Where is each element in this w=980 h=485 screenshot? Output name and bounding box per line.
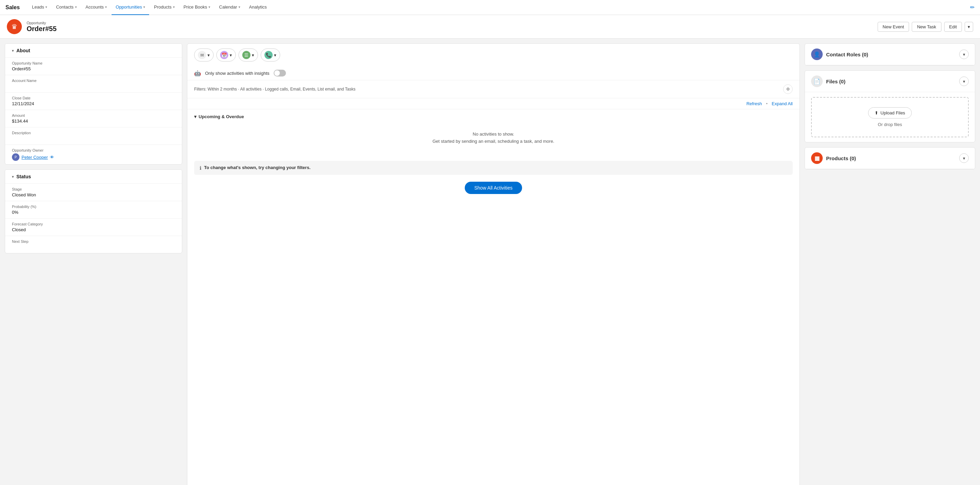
phone-icon: 📞 <box>264 51 273 59</box>
field-stage: Stage Closed Won ✏ <box>5 184 182 201</box>
field-value-row: P Peter Cooper 👁 <box>12 153 175 161</box>
contact-roles-icon: 👤 <box>811 48 823 60</box>
opportunity-icon: ♛ <box>7 19 22 34</box>
drop-text: Or drop files <box>819 122 961 127</box>
field-label: Opportunity Name <box>12 61 175 65</box>
contact-roles-title: 👤 Contact Roles (0) <box>811 48 868 60</box>
list-activity-button[interactable]: ☰ ▾ <box>239 48 258 61</box>
left-panel: ▾ About Opportunity Name Order#55 ✏ Acco… <box>5 43 182 485</box>
files-upload-area: ⬆ Upload Files Or drop files <box>811 97 969 137</box>
files-panel: 📄 Files (0) ▾ ⬆ Upload Files Or drop fil… <box>805 70 975 142</box>
nav-label-accounts: Accounts <box>86 5 104 10</box>
field-label: Forecast Category <box>12 222 175 226</box>
field-value <box>12 136 175 141</box>
field-close-date: Close Date 12/11/2024 ✏ <box>5 93 182 110</box>
files-icon: 📄 <box>811 75 823 87</box>
upcoming-header[interactable]: ▾ Upcoming & Overdue <box>194 114 793 119</box>
nav-item-calendar[interactable]: Calendar ▾ <box>215 0 244 15</box>
field-probability: Probability (%) 0% ✏ <box>5 201 182 219</box>
insights-bar: 🤖 Only show activities with insights <box>187 66 800 80</box>
upload-files-button[interactable]: ⬆ Upload Files <box>868 107 912 118</box>
field-opportunity-owner: Opportunity Owner P Peter Cooper 👁 👤 <box>5 145 182 164</box>
nav-item-opportunities[interactable]: Opportunities ▾ <box>111 0 149 15</box>
nav-label-calendar: Calendar <box>219 5 237 10</box>
nav-item-contacts[interactable]: Contacts ▾ <box>52 0 81 15</box>
more-actions-button[interactable]: ▾ <box>965 22 973 32</box>
status-title: Status <box>16 174 31 179</box>
field-label: Description <box>12 131 175 135</box>
filters-bar: Filters: Within 2 months · All activitie… <box>187 80 800 98</box>
owner-link[interactable]: Peter Cooper <box>22 155 48 160</box>
email-icon: ✉ <box>198 51 206 59</box>
products-title: ▦ Products (0) <box>811 152 856 164</box>
field-label: Amount <box>12 113 175 118</box>
toggle-knob <box>274 70 280 76</box>
about-title: About <box>16 48 30 53</box>
status-section-header[interactable]: ▾ Status <box>5 170 182 184</box>
chevron-icon: ▾ <box>208 5 210 9</box>
no-activities-message: No activities to show. Get started by se… <box>194 124 793 152</box>
products-header: ▦ Products (0) ▾ <box>805 148 975 169</box>
contact-roles-dropdown[interactable]: ▾ <box>959 49 969 59</box>
nav-item-leads[interactable]: Leads ▾ <box>28 0 51 15</box>
nav-item-analytics[interactable]: Analytics <box>245 0 271 15</box>
gear-button[interactable]: ⚙ <box>783 85 793 94</box>
status-panel: ▾ Status Stage Closed Won ✏ Probability … <box>5 169 182 254</box>
new-task-button[interactable]: New Task <box>912 22 941 32</box>
nav-item-accounts[interactable]: Accounts ▾ <box>81 0 111 15</box>
page-header-actions: New Event New Task Edit ▾ <box>878 22 973 32</box>
edit-button[interactable]: Edit <box>944 22 962 32</box>
field-value: Order#55 <box>12 66 175 72</box>
nav-brand: Sales <box>5 5 20 11</box>
field-amount: Amount $134.44 ✏ <box>5 110 182 128</box>
field-next-step: Next Step ✏ <box>5 236 182 253</box>
field-value: Closed Won <box>12 192 175 198</box>
nav-label-price-books: Price Books <box>184 5 207 10</box>
about-panel: ▾ About Opportunity Name Order#55 ✏ Acco… <box>5 43 182 164</box>
field-value <box>12 244 175 250</box>
avatar: P <box>12 153 19 161</box>
files-dropdown[interactable]: ▾ <box>959 77 969 86</box>
activity-toolbar: ✉ ▾ 📅 ▾ ☰ ▾ 📞 ▾ <box>187 44 800 66</box>
upload-icon: ⬆ <box>875 110 878 115</box>
chevron-icon: ▾ <box>45 5 47 9</box>
chevron-icon: ▾ <box>252 53 254 58</box>
chevron-icon: ▾ <box>105 5 107 9</box>
no-activities-line2: Get started by sending an email, schedul… <box>197 138 789 145</box>
insights-toggle[interactable] <box>274 70 286 77</box>
edit-icon[interactable]: ✏ <box>970 4 975 11</box>
field-value: $134.44 <box>12 118 175 124</box>
field-label: Close Date <box>12 96 175 100</box>
refresh-link[interactable]: Refresh <box>746 101 762 106</box>
chevron-icon: ▾ <box>207 53 210 58</box>
chevron-icon: ▾ <box>274 53 277 58</box>
field-label: Probability (%) <box>12 204 175 209</box>
field-label: Next Step <box>12 239 175 244</box>
products-panel: ▦ Products (0) ▾ <box>805 147 975 169</box>
nav-item-products[interactable]: Products ▾ <box>150 0 178 15</box>
field-value: 0% <box>12 210 175 215</box>
calendar-icon: 📅 <box>220 51 228 59</box>
list-icon: ☰ <box>242 51 250 59</box>
new-event-button[interactable]: New Event <box>878 22 909 32</box>
show-all-activities-button[interactable]: Show All Activities <box>465 182 522 194</box>
upcoming-section: ▾ Upcoming & Overdue No activities to sh… <box>187 109 800 157</box>
nav-item-price-books[interactable]: Price Books ▾ <box>180 0 214 15</box>
change-filters-text: To change what's shown, try changing you… <box>204 165 310 170</box>
email-activity-button[interactable]: ✉ ▾ <box>194 48 213 61</box>
calendar-activity-button[interactable]: 📅 ▾ <box>216 48 236 61</box>
nav-label-leads: Leads <box>32 5 44 10</box>
right-panel: 👤 Contact Roles (0) ▾ 📄 Files (0) ▾ ⬆ Up… <box>805 43 975 485</box>
separator: • <box>766 101 768 106</box>
nav-bar: Sales Leads ▾ Contacts ▾ Accounts ▾ Oppo… <box>0 0 980 15</box>
insights-label: Only show activities with insights <box>205 71 270 76</box>
refresh-bar: Refresh • Expand All <box>187 98 800 109</box>
phone-activity-button[interactable]: 📞 ▾ <box>261 48 280 61</box>
page-title: Order#55 <box>27 25 57 33</box>
chevron-icon: ▾ <box>75 5 77 9</box>
chevron-icon: ▾ <box>194 114 197 119</box>
products-dropdown[interactable]: ▾ <box>959 153 969 163</box>
chevron-icon: ▾ <box>143 5 145 9</box>
expand-all-link[interactable]: Expand All <box>772 101 793 106</box>
about-section-header[interactable]: ▾ About <box>5 44 182 58</box>
